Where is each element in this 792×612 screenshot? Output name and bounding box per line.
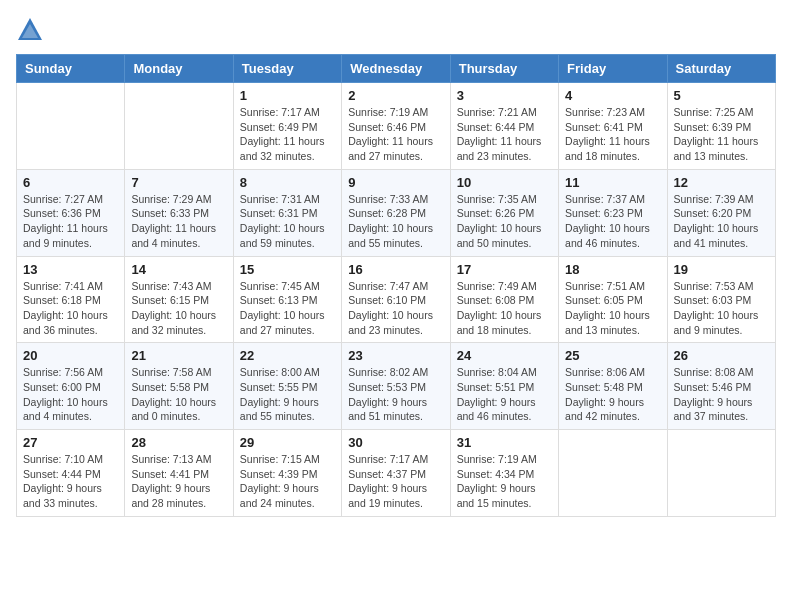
- weekday-header-sunday: Sunday: [17, 55, 125, 83]
- week-row-1: 1Sunrise: 7:17 AM Sunset: 6:49 PM Daylig…: [17, 83, 776, 170]
- calendar-cell: 17Sunrise: 7:49 AM Sunset: 6:08 PM Dayli…: [450, 256, 558, 343]
- logo: [16, 16, 48, 44]
- calendar-cell: [17, 83, 125, 170]
- calendar-cell: [125, 83, 233, 170]
- day-number: 18: [565, 262, 660, 277]
- day-info: Sunrise: 7:21 AM Sunset: 6:44 PM Dayligh…: [457, 105, 552, 164]
- day-number: 17: [457, 262, 552, 277]
- calendar-cell: 22Sunrise: 8:00 AM Sunset: 5:55 PM Dayli…: [233, 343, 341, 430]
- week-row-4: 20Sunrise: 7:56 AM Sunset: 6:00 PM Dayli…: [17, 343, 776, 430]
- day-number: 13: [23, 262, 118, 277]
- calendar-cell: 7Sunrise: 7:29 AM Sunset: 6:33 PM Daylig…: [125, 169, 233, 256]
- day-info: Sunrise: 8:04 AM Sunset: 5:51 PM Dayligh…: [457, 365, 552, 424]
- calendar-cell: [559, 430, 667, 517]
- weekday-header-row: SundayMondayTuesdayWednesdayThursdayFrid…: [17, 55, 776, 83]
- day-info: Sunrise: 7:58 AM Sunset: 5:58 PM Dayligh…: [131, 365, 226, 424]
- day-number: 27: [23, 435, 118, 450]
- day-number: 15: [240, 262, 335, 277]
- day-number: 28: [131, 435, 226, 450]
- calendar-cell: 5Sunrise: 7:25 AM Sunset: 6:39 PM Daylig…: [667, 83, 775, 170]
- day-number: 2: [348, 88, 443, 103]
- day-number: 12: [674, 175, 769, 190]
- day-info: Sunrise: 7:41 AM Sunset: 6:18 PM Dayligh…: [23, 279, 118, 338]
- day-info: Sunrise: 7:17 AM Sunset: 4:37 PM Dayligh…: [348, 452, 443, 511]
- day-info: Sunrise: 7:45 AM Sunset: 6:13 PM Dayligh…: [240, 279, 335, 338]
- week-row-3: 13Sunrise: 7:41 AM Sunset: 6:18 PM Dayli…: [17, 256, 776, 343]
- day-number: 30: [348, 435, 443, 450]
- calendar-cell: 24Sunrise: 8:04 AM Sunset: 5:51 PM Dayli…: [450, 343, 558, 430]
- calendar-cell: [667, 430, 775, 517]
- calendar-cell: 30Sunrise: 7:17 AM Sunset: 4:37 PM Dayli…: [342, 430, 450, 517]
- day-number: 7: [131, 175, 226, 190]
- calendar-cell: 13Sunrise: 7:41 AM Sunset: 6:18 PM Dayli…: [17, 256, 125, 343]
- day-info: Sunrise: 7:10 AM Sunset: 4:44 PM Dayligh…: [23, 452, 118, 511]
- calendar-cell: 2Sunrise: 7:19 AM Sunset: 6:46 PM Daylig…: [342, 83, 450, 170]
- day-number: 4: [565, 88, 660, 103]
- day-number: 8: [240, 175, 335, 190]
- day-number: 23: [348, 348, 443, 363]
- day-number: 14: [131, 262, 226, 277]
- calendar-cell: 21Sunrise: 7:58 AM Sunset: 5:58 PM Dayli…: [125, 343, 233, 430]
- day-info: Sunrise: 7:47 AM Sunset: 6:10 PM Dayligh…: [348, 279, 443, 338]
- calendar-cell: 8Sunrise: 7:31 AM Sunset: 6:31 PM Daylig…: [233, 169, 341, 256]
- day-info: Sunrise: 7:53 AM Sunset: 6:03 PM Dayligh…: [674, 279, 769, 338]
- calendar-cell: 6Sunrise: 7:27 AM Sunset: 6:36 PM Daylig…: [17, 169, 125, 256]
- day-number: 31: [457, 435, 552, 450]
- calendar-cell: 29Sunrise: 7:15 AM Sunset: 4:39 PM Dayli…: [233, 430, 341, 517]
- weekday-header-monday: Monday: [125, 55, 233, 83]
- day-info: Sunrise: 7:43 AM Sunset: 6:15 PM Dayligh…: [131, 279, 226, 338]
- calendar-cell: 23Sunrise: 8:02 AM Sunset: 5:53 PM Dayli…: [342, 343, 450, 430]
- day-info: Sunrise: 7:23 AM Sunset: 6:41 PM Dayligh…: [565, 105, 660, 164]
- day-info: Sunrise: 7:31 AM Sunset: 6:31 PM Dayligh…: [240, 192, 335, 251]
- calendar-cell: 16Sunrise: 7:47 AM Sunset: 6:10 PM Dayli…: [342, 256, 450, 343]
- calendar-cell: 19Sunrise: 7:53 AM Sunset: 6:03 PM Dayli…: [667, 256, 775, 343]
- day-info: Sunrise: 8:08 AM Sunset: 5:46 PM Dayligh…: [674, 365, 769, 424]
- calendar-cell: 20Sunrise: 7:56 AM Sunset: 6:00 PM Dayli…: [17, 343, 125, 430]
- day-number: 20: [23, 348, 118, 363]
- day-info: Sunrise: 7:19 AM Sunset: 4:34 PM Dayligh…: [457, 452, 552, 511]
- weekday-header-friday: Friday: [559, 55, 667, 83]
- calendar-cell: 31Sunrise: 7:19 AM Sunset: 4:34 PM Dayli…: [450, 430, 558, 517]
- day-number: 5: [674, 88, 769, 103]
- day-info: Sunrise: 7:19 AM Sunset: 6:46 PM Dayligh…: [348, 105, 443, 164]
- day-number: 24: [457, 348, 552, 363]
- weekday-header-tuesday: Tuesday: [233, 55, 341, 83]
- calendar-cell: 28Sunrise: 7:13 AM Sunset: 4:41 PM Dayli…: [125, 430, 233, 517]
- calendar-cell: 15Sunrise: 7:45 AM Sunset: 6:13 PM Dayli…: [233, 256, 341, 343]
- day-info: Sunrise: 7:56 AM Sunset: 6:00 PM Dayligh…: [23, 365, 118, 424]
- day-info: Sunrise: 7:49 AM Sunset: 6:08 PM Dayligh…: [457, 279, 552, 338]
- day-number: 11: [565, 175, 660, 190]
- day-number: 21: [131, 348, 226, 363]
- day-info: Sunrise: 7:25 AM Sunset: 6:39 PM Dayligh…: [674, 105, 769, 164]
- calendar-cell: 12Sunrise: 7:39 AM Sunset: 6:20 PM Dayli…: [667, 169, 775, 256]
- day-info: Sunrise: 7:27 AM Sunset: 6:36 PM Dayligh…: [23, 192, 118, 251]
- calendar-cell: 25Sunrise: 8:06 AM Sunset: 5:48 PM Dayli…: [559, 343, 667, 430]
- day-number: 22: [240, 348, 335, 363]
- day-info: Sunrise: 7:39 AM Sunset: 6:20 PM Dayligh…: [674, 192, 769, 251]
- day-info: Sunrise: 8:06 AM Sunset: 5:48 PM Dayligh…: [565, 365, 660, 424]
- day-number: 25: [565, 348, 660, 363]
- calendar-cell: 14Sunrise: 7:43 AM Sunset: 6:15 PM Dayli…: [125, 256, 233, 343]
- calendar-table: SundayMondayTuesdayWednesdayThursdayFrid…: [16, 54, 776, 517]
- day-number: 9: [348, 175, 443, 190]
- day-info: Sunrise: 8:02 AM Sunset: 5:53 PM Dayligh…: [348, 365, 443, 424]
- day-number: 10: [457, 175, 552, 190]
- calendar-cell: 18Sunrise: 7:51 AM Sunset: 6:05 PM Dayli…: [559, 256, 667, 343]
- day-number: 6: [23, 175, 118, 190]
- day-number: 3: [457, 88, 552, 103]
- day-info: Sunrise: 7:29 AM Sunset: 6:33 PM Dayligh…: [131, 192, 226, 251]
- day-info: Sunrise: 8:00 AM Sunset: 5:55 PM Dayligh…: [240, 365, 335, 424]
- day-number: 16: [348, 262, 443, 277]
- weekday-header-thursday: Thursday: [450, 55, 558, 83]
- day-info: Sunrise: 7:15 AM Sunset: 4:39 PM Dayligh…: [240, 452, 335, 511]
- day-info: Sunrise: 7:37 AM Sunset: 6:23 PM Dayligh…: [565, 192, 660, 251]
- day-number: 26: [674, 348, 769, 363]
- calendar-cell: 9Sunrise: 7:33 AM Sunset: 6:28 PM Daylig…: [342, 169, 450, 256]
- week-row-5: 27Sunrise: 7:10 AM Sunset: 4:44 PM Dayli…: [17, 430, 776, 517]
- header: [16, 16, 776, 44]
- weekday-header-saturday: Saturday: [667, 55, 775, 83]
- week-row-2: 6Sunrise: 7:27 AM Sunset: 6:36 PM Daylig…: [17, 169, 776, 256]
- day-info: Sunrise: 7:33 AM Sunset: 6:28 PM Dayligh…: [348, 192, 443, 251]
- day-info: Sunrise: 7:13 AM Sunset: 4:41 PM Dayligh…: [131, 452, 226, 511]
- logo-icon: [16, 16, 44, 44]
